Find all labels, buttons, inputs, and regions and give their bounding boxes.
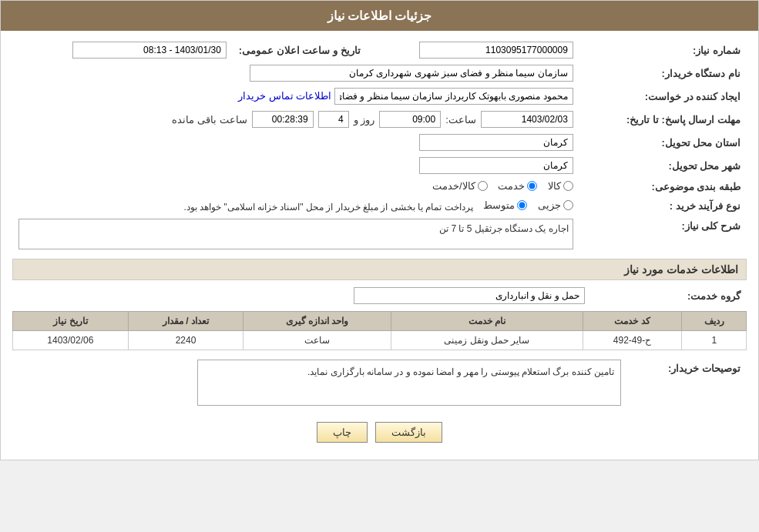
eijad-label: ایجاد کننده در خواست: [579, 85, 747, 108]
col-vahid: واحد اندازه گیری [243, 312, 391, 331]
grohe-input[interactable] [354, 287, 585, 304]
jozi-radio-label[interactable]: جزیی [538, 199, 573, 211]
sharh-label: شرح کلی نیاز: [579, 216, 747, 253]
ostanTahvil-input[interactable] [419, 134, 573, 151]
grohe-label: گروه خدمت: [591, 284, 747, 307]
tabaqeBandi-label: طبقه بندی موضوعی: [579, 177, 747, 196]
sharh-textarea: اجاره یک دستگاه جرثقیل 5 تا 7 تن [18, 219, 573, 249]
kala-khadamat-radio-label[interactable]: کالا/خدمت [432, 180, 488, 192]
kala-khadamat-label: کالا/خدمت [432, 180, 475, 192]
khadamat-radio[interactable] [527, 181, 537, 191]
namDastaghah-input[interactable] [250, 65, 573, 82]
tosihKharidar-label: توصیحات خریدار: [627, 356, 747, 409]
tarikhe-label: تاریخ و ساعت اعلان عمومی: [233, 38, 410, 62]
table-row: 1ح-49-492سایر حمل ونقل زمینیساعت22401403… [13, 331, 747, 350]
col-nam: نام خدمت [391, 312, 583, 331]
motevaset-radio-label[interactable]: متوسط [483, 199, 527, 211]
rooz-label: روز و [354, 114, 375, 125]
saatBaghimande-label: ساعت باقی مانده [172, 114, 247, 125]
shahrTahvil-input[interactable] [419, 157, 573, 174]
saatBaghimande-input[interactable] [252, 111, 314, 128]
kala-radio[interactable] [563, 181, 573, 191]
khadamat-radio-label[interactable]: خدمت [498, 180, 537, 192]
date-input[interactable] [481, 111, 573, 128]
eijad-input[interactable] [334, 88, 573, 105]
col-tedadMegdar: تعداد / مقدار [128, 312, 243, 331]
kala-label: کالا [548, 180, 561, 192]
bazgasht-button[interactable]: بازگشت [375, 422, 442, 443]
khadamat-label: خدمت [498, 180, 525, 192]
namDastaghah-label: نام دستگاه خریدار: [579, 62, 747, 85]
noefarayand-note: پرداخت تمام یا بخشی از مبلغ خریدار از مح… [183, 202, 472, 212]
services-table: ردیف کد خدمت نام خدمت واحد اندازه گیری ت… [12, 311, 747, 350]
jozi-label: جزیی [538, 199, 561, 211]
button-bar: بازگشت چاپ [12, 413, 747, 452]
rooz-input[interactable] [318, 111, 349, 128]
motevaset-radio[interactable] [517, 200, 527, 210]
col-radif: ردیف [682, 312, 747, 331]
ostanTahvil-label: استان محل تحویل: [579, 131, 747, 154]
saat-input[interactable] [379, 111, 441, 128]
saat-label: ساعت: [445, 114, 476, 125]
kala-radio-label[interactable]: کالا [548, 180, 573, 192]
shomareNiaz-label: شماره نیاز: [579, 38, 747, 62]
page-title: جزئیات اطلاعات نیاز [327, 9, 432, 22]
col-kod: کد خدمت [583, 312, 682, 331]
col-tarikh: تاریخ نیاز [13, 312, 129, 331]
mohlatErsal-label: مهلت ارسال پاسخ: تا تاریخ: [579, 108, 747, 131]
motevaset-label: متوسط [483, 199, 515, 211]
shahrTahvil-label: شهر محل تحویل: [579, 154, 747, 177]
page-header: جزئیات اطلاعات نیاز [1, 1, 758, 31]
kala-khadamat-radio[interactable] [478, 181, 488, 191]
tosih-box: تامین کننده برگ استعلام پیوستی را مهر و … [197, 360, 621, 406]
chap-button[interactable]: چاپ [317, 422, 368, 443]
shomareNiaz-input[interactable] [419, 42, 573, 59]
section2-header: اطلاعات خدمات مورد نیاز [12, 259, 747, 280]
tarikhe-input[interactable] [72, 42, 227, 59]
jozi-radio[interactable] [563, 200, 573, 210]
eijad-link[interactable]: اطلاعات تماس خریدار [238, 90, 331, 102]
noefarayand-label: نوع فرآیند خرید : [579, 196, 747, 216]
